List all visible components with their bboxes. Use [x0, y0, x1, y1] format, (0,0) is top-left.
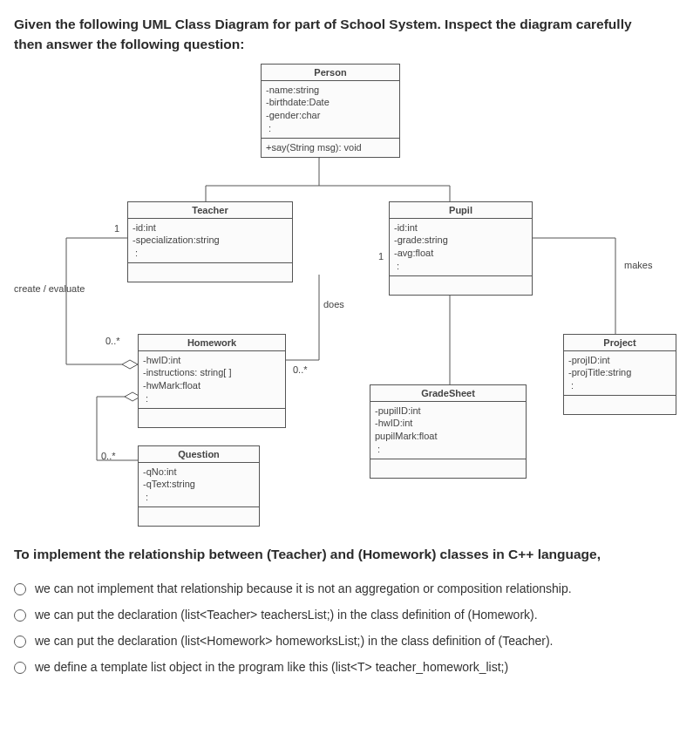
uml-title: GradeSheet: [370, 385, 526, 402]
uml-attrs: -id:int -grade:string -avg:float :: [390, 219, 532, 276]
uml-class-project: Project -projID:int -projTitle:string :: [563, 334, 676, 415]
uml-class-person: Person -name:string -birthdate:Date -gen…: [261, 64, 400, 158]
mult-1-teacher: 1: [114, 223, 119, 234]
option-text: we can put the declaration (list<Homewor…: [35, 634, 554, 648]
mult-0star-does: 0..*: [293, 364, 308, 375]
prompt-line-2: then answer the following question:: [14, 37, 244, 51]
uml-class-teacher: Teacher -id:int -specialization:string :: [127, 201, 293, 282]
uml-ops: [128, 263, 292, 282]
assoc-label-does: does: [323, 299, 344, 309]
mult-1-pupil: 1: [378, 251, 384, 262]
assoc-label-makes: makes: [624, 260, 652, 270]
option-text: we define a template list object in the …: [35, 660, 508, 674]
uml-class-question: Question -qNo:int -qText:string :: [138, 445, 260, 527]
uml-attrs: -pupilID:int -hwID:int pupilMark:float :: [370, 402, 526, 459]
uml-attrs: -qNo:int -qText:string :: [139, 463, 259, 508]
uml-attrs: -projID:int -projTitle:string :: [564, 351, 676, 397]
option-text: we can not implement that relationship b…: [35, 581, 572, 595]
radio-icon[interactable]: [14, 583, 26, 595]
uml-attrs: -hwID:int -instructions: string[ ] -hwMa…: [139, 351, 285, 409]
uml-ops: +say(String msg): void: [262, 139, 399, 157]
mult-0star-question: 0..*: [101, 451, 116, 461]
uml-ops: [390, 276, 532, 295]
uml-attrs: -name:string -birthdate:Date -gender:cha…: [262, 81, 399, 139]
uml-class-pupil: Pupil -id:int -grade:string -avg:float :: [389, 201, 533, 296]
uml-ops: [139, 507, 259, 526]
uml-title: Project: [564, 335, 676, 351]
assoc-label-create-evaluate: create / evaluate: [14, 283, 85, 294]
uml-ops: [564, 396, 676, 414]
uml-ops: [370, 459, 526, 478]
option-text: we can put the declaration (list<Teacher…: [35, 608, 538, 622]
prompt-line-1: Given the following UML Class Diagram fo…: [14, 17, 632, 31]
mult-0star-homework: 0..*: [105, 336, 120, 346]
radio-icon[interactable]: [14, 609, 26, 622]
uml-class-gradesheet: GradeSheet -pupilID:int -hwID:int pupilM…: [370, 384, 527, 479]
uml-title: Teacher: [128, 202, 292, 219]
uml-title: Homework: [139, 335, 285, 351]
uml-attrs: -id:int -specialization:string :: [128, 219, 292, 264]
uml-title: Question: [139, 446, 259, 463]
radio-icon[interactable]: [14, 662, 26, 674]
svg-marker-7: [122, 360, 138, 369]
option-a[interactable]: we can not implement that relationship b…: [14, 581, 686, 595]
uml-diagram: Person -name:string -birthdate:Date -gen…: [14, 64, 685, 526]
uml-ops: [139, 409, 285, 427]
uml-class-homework: Homework -hwID:int -instructions: string…: [138, 334, 286, 428]
option-c[interactable]: we can put the declaration (list<Homewor…: [14, 634, 686, 648]
option-d[interactable]: we define a template list object in the …: [14, 660, 686, 674]
radio-icon[interactable]: [14, 636, 26, 648]
question-stem: To implement the relationship between (T…: [14, 547, 686, 562]
uml-title: Pupil: [390, 202, 532, 219]
option-b[interactable]: we can put the declaration (list<Teacher…: [14, 608, 686, 622]
question-prompt: Given the following UML Class Diagram fo…: [14, 14, 686, 55]
uml-title: Person: [262, 65, 399, 81]
